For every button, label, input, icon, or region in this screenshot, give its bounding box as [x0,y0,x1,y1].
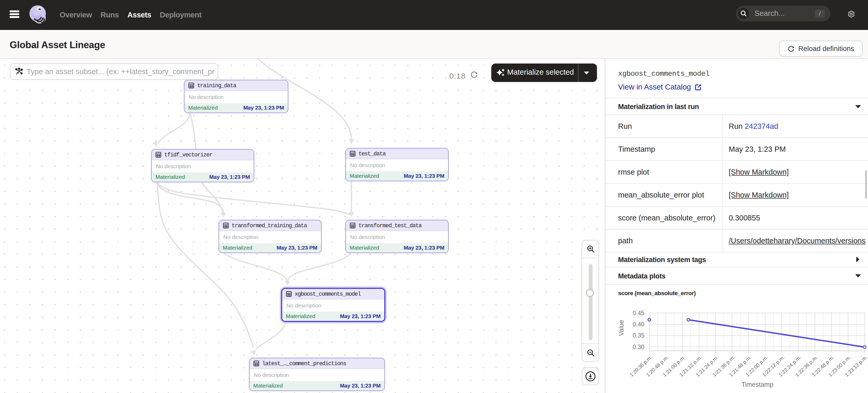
svg-text:Timestamp: Timestamp [741,381,774,388]
svg-text:0.30: 0.30 [633,343,644,350]
svg-text:0.40: 0.40 [633,321,644,328]
svg-text:0.35: 0.35 [633,332,644,339]
svg-text:Value: Value [618,320,625,336]
svg-text:0.45: 0.45 [633,310,644,317]
